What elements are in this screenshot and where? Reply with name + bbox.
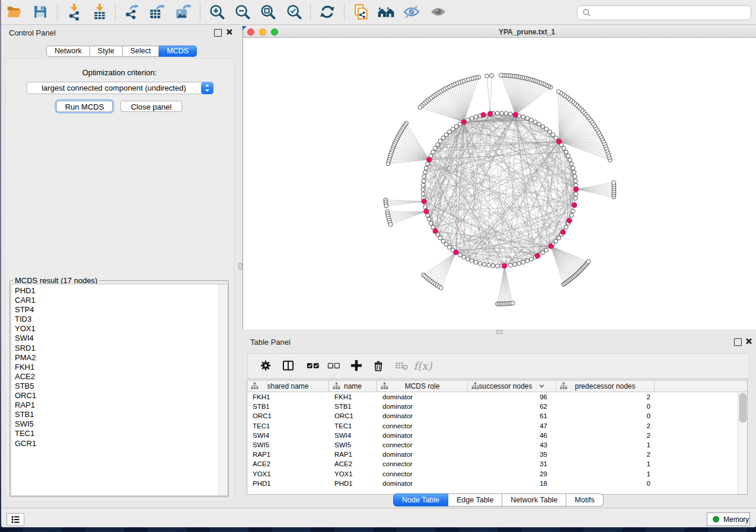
close-panel-button[interactable]: Close panel [120,101,182,112]
zoom-out-button[interactable] [231,1,254,23]
mcds-result-item[interactable]: PHD1 [11,286,219,296]
mcds-result-item[interactable]: CAR1 [11,296,219,305]
zoom-fit-button[interactable] [257,1,279,23]
network-window-titlebar[interactable]: YPA_prune.txt_1 [243,26,756,38]
mcds-result-item[interactable]: YOX1 [11,324,219,334]
table-row[interactable]: TEC1TEC1connector472 [247,421,738,431]
import-network-button[interactable] [63,1,85,23]
search-input[interactable] [591,6,751,20]
run-mcds-button[interactable]: Run MCDS [56,101,113,112]
scrollbar-thumb[interactable] [739,393,747,422]
window-maximize-button[interactable] [271,28,278,36]
table-scrollbar[interactable] [738,392,747,494]
control-panel: Control Panel NetworkStyleSelectMCDS Opt… [1,25,238,508]
refresh-button[interactable] [316,1,339,23]
table-cell: 1 [556,440,655,450]
mcds-result-list[interactable]: PHD1CAR1STP4TID3YOX1SWI4SRD1PMA2FKH1ACE2… [11,284,228,496]
table-cell: SWI4 [247,431,329,440]
table-row[interactable]: YOX1YOX1connector291 [247,469,738,479]
table-cell: RAP1 [247,450,329,459]
memory-status-icon [713,516,719,523]
delete-table-button[interactable] [393,357,410,374]
search-box[interactable] [577,5,751,20]
export-image-button[interactable] [171,1,194,23]
duplicate-network-button[interactable] [349,1,372,23]
splitter-handle[interactable] [496,330,503,334]
control-panel-title: Control Panel [9,28,56,37]
mcds-result-item[interactable]: GCR1 [11,439,219,448]
column-header-successor-nodes[interactable]: successor nodes [468,380,556,392]
close-panel-icon[interactable] [225,28,234,36]
zoom-selected-button[interactable] [283,1,305,23]
control-tab-mcds[interactable]: MCDS [159,46,197,57]
table-tab-network-table[interactable]: Network Table [502,493,566,507]
control-tab-select[interactable]: Select [123,46,160,57]
control-tab-network[interactable]: Network [46,46,90,57]
mcds-result-item[interactable]: FKH1 [11,363,219,372]
mcds-result-item[interactable]: TEC1 [11,429,219,438]
network-canvas[interactable] [243,38,756,329]
window-close-button[interactable] [247,28,254,36]
open-session-button[interactable] [3,1,25,23]
column-header-MCDS-role[interactable]: MCDS role [377,380,468,392]
table-cell: 29 [468,469,556,479]
table-tab-edge-table[interactable]: Edge Table [448,493,502,507]
column-header-name[interactable]: name [329,380,377,392]
mcds-result-item[interactable]: PMA2 [11,353,219,363]
export-network-button[interactable] [120,1,142,23]
search-icon [582,8,591,17]
show-columns-button[interactable] [279,357,297,374]
close-panel-icon[interactable] [745,337,753,345]
table-cell: 0 [556,402,655,411]
float-panel-icon[interactable] [214,29,222,37]
hide-selected-button[interactable] [400,1,423,23]
zoom-in-button[interactable] [206,1,228,23]
table-row[interactable]: PHD1PHD1dominator180 [247,479,738,488]
mcds-result-item[interactable]: SWI4 [11,334,219,343]
table-settings-button[interactable] [257,357,275,374]
delete-column-button[interactable] [369,357,387,374]
table-row[interactable]: RAP1RAP1dominator352 [247,450,738,459]
control-tab-style[interactable]: Style [90,46,123,57]
mcds-result-item[interactable]: ACE2 [11,372,219,382]
mcds-result-item[interactable]: STP4 [11,305,219,315]
vertical-splitter[interactable] [238,25,243,508]
column-header-shared-name[interactable]: shared name [247,380,329,392]
mcds-result-item[interactable]: STB1 [11,410,219,419]
export-table-button[interactable] [145,1,168,23]
function-builder-button[interactable]: f(x) [414,357,432,374]
table-row[interactable]: STB1STB1dominator620 [247,402,738,411]
mcds-result-item[interactable]: STB5 [11,382,219,391]
mcds-result-item[interactable]: TID3 [11,315,219,324]
table-row[interactable]: SWI5SWI5connector431 [247,440,738,450]
mcds-list-scrollbar[interactable] [218,284,227,495]
table-row[interactable]: ORC1ORC1dominator610 [247,411,738,421]
window-minimize-button[interactable] [259,28,266,36]
criterion-select[interactable]: largest connected component (undirected) [27,82,213,94]
import-table-button[interactable] [88,1,111,23]
mcds-result-item[interactable]: SWI5 [11,419,219,429]
table-tab-motifs[interactable]: Motifs [566,493,603,507]
horizontal-splitter[interactable] [243,329,756,334]
mcds-result-item[interactable]: RAP1 [11,400,219,410]
splitter-handle[interactable] [238,263,243,270]
memory-button[interactable]: Memory [707,512,750,526]
column-header-predecessor-nodes[interactable]: predecessor nodes [556,380,655,392]
table-row[interactable]: SWI4SWI4dominator462 [247,431,738,440]
show-hidden-button[interactable] [427,1,449,23]
table-panel-titlebar: Table Panel [243,334,756,350]
create-column-button[interactable] [347,357,365,374]
float-panel-icon[interactable] [734,338,742,346]
checkboxes-unchecked-icon [327,358,341,373]
mcds-result-item[interactable]: SRD1 [11,344,219,353]
mcds-result-item[interactable]: ORC1 [11,391,219,400]
save-session-button[interactable] [29,1,52,23]
table-row[interactable]: ACE2ACE2connector311 [247,459,738,469]
home-layout-button[interactable] [375,1,397,23]
task-history-button[interactable] [7,513,24,526]
criterion-select-value: largest connected component (undirected) [27,82,200,94]
deselect-all-button[interactable] [325,357,343,374]
select-all-button[interactable] [304,357,322,374]
table-row[interactable]: FKH1FKH1dominator962 [247,392,738,402]
table-tab-node-table[interactable]: Node Table [393,493,448,507]
